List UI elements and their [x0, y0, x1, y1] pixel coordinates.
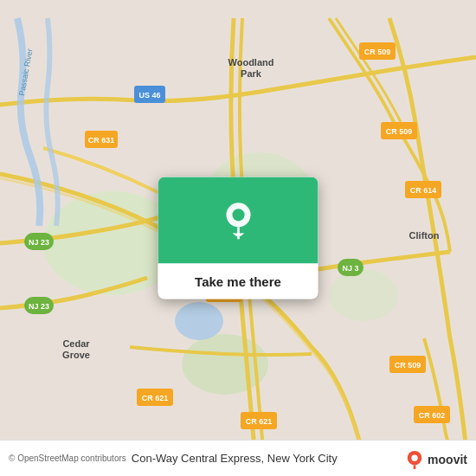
moovit-logo: moovit	[405, 450, 467, 469]
moovit-text: moovit	[428, 453, 467, 466]
svg-text:Park: Park	[241, 68, 262, 79]
map-container: US 46 CR 631 NJ 23 NJ 23 CR 509 CR 509 C…	[0, 0, 476, 476]
svg-text:CR 602: CR 602	[419, 411, 446, 420]
bottom-bar: © OpenStreetMap contributors Con-Way Cen…	[0, 440, 476, 476]
location-pin-icon	[219, 202, 257, 240]
svg-text:CR 614: CR 614	[410, 186, 437, 195]
svg-text:US 46: US 46	[138, 91, 160, 100]
svg-point-41	[411, 455, 417, 461]
svg-text:NJ 23: NJ 23	[29, 238, 49, 247]
svg-text:Cedar: Cedar	[62, 338, 90, 349]
take-me-there-button[interactable]: Take me there	[158, 264, 318, 299]
card-green-section	[158, 177, 318, 264]
svg-text:CR 621: CR 621	[246, 417, 273, 426]
place-name-label: Con-Way Central Express, New York City	[132, 452, 338, 465]
svg-text:NJ 23: NJ 23	[29, 302, 49, 311]
take-me-there-card: Take me there	[158, 177, 318, 299]
svg-text:NJ 3: NJ 3	[342, 264, 358, 273]
svg-point-3	[329, 269, 398, 321]
svg-text:CR 509: CR 509	[364, 48, 391, 56]
svg-text:CR 509: CR 509	[395, 361, 421, 370]
svg-text:CR 631: CR 631	[88, 136, 115, 145]
svg-text:Grove: Grove	[62, 350, 90, 360]
svg-point-39	[232, 209, 244, 221]
svg-text:Woodland: Woodland	[228, 57, 274, 68]
svg-text:Clifton: Clifton	[409, 230, 440, 241]
moovit-logo-icon	[405, 450, 424, 469]
svg-point-5	[175, 302, 223, 340]
svg-text:CR 509: CR 509	[386, 127, 413, 136]
svg-text:CR 621: CR 621	[142, 394, 169, 402]
copyright-text: © OpenStreetMap contributors	[9, 453, 126, 463]
